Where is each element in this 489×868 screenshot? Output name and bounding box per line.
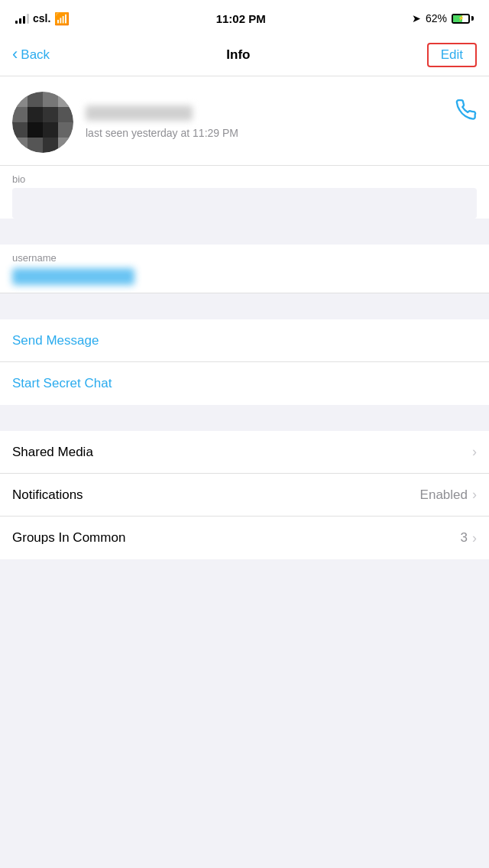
page-title: Info	[226, 47, 250, 63]
carrier-label: csl.	[33, 12, 50, 24]
svg-rect-11	[43, 122, 58, 138]
groups-in-common-label: Groups In Common	[12, 530, 125, 546]
svg-rect-9	[12, 122, 28, 138]
svg-rect-10	[28, 122, 43, 138]
svg-rect-13	[12, 138, 28, 153]
bio-section: bio	[0, 166, 489, 219]
action-section: Send Message Start Secret Chat	[0, 319, 489, 405]
notifications-value: Enabled	[420, 487, 468, 503]
avatar	[12, 92, 73, 153]
svg-rect-1	[12, 92, 28, 107]
username-label: username	[12, 252, 477, 264]
notifications-row[interactable]: Notifications Enabled ›	[0, 474, 489, 517]
svg-rect-4	[58, 92, 73, 107]
profile-info: last seen yesterday at 11:29 PM	[86, 105, 477, 139]
nav-bar: ‹ Back Info Edit	[0, 34, 489, 76]
username-section: username	[0, 245, 489, 293]
wifi-icon: 📶	[54, 11, 70, 26]
bio-content-empty	[12, 188, 477, 219]
username-value-blurred	[12, 268, 134, 285]
chevron-right-icon-2: ›	[472, 487, 477, 503]
svg-rect-8	[58, 107, 73, 122]
notifications-right: Enabled ›	[420, 487, 477, 503]
start-secret-chat-label: Start Secret Chat	[12, 376, 112, 391]
shared-media-right: ›	[472, 444, 477, 460]
svg-rect-2	[28, 92, 43, 107]
svg-rect-14	[28, 138, 43, 153]
profile-section: last seen yesterday at 11:29 PM	[0, 76, 489, 166]
shared-media-label: Shared Media	[12, 445, 93, 460]
svg-rect-5	[12, 107, 28, 122]
battery-percent: 62%	[426, 12, 447, 24]
svg-rect-15	[43, 138, 58, 153]
battery-icon: ⚡	[452, 14, 474, 24]
signal-icon	[15, 13, 29, 24]
send-message-label: Send Message	[12, 333, 99, 348]
status-time: 11:02 PM	[216, 12, 266, 25]
chevron-left-icon: ‹	[12, 46, 18, 63]
svg-rect-3	[43, 92, 58, 107]
status-left: csl. 📶	[15, 11, 70, 26]
status-right: ➤ 62% ⚡	[412, 12, 474, 24]
profile-name-blurred	[86, 105, 193, 121]
call-button[interactable]	[455, 99, 477, 126]
svg-rect-12	[58, 122, 73, 138]
notifications-label: Notifications	[12, 487, 83, 503]
start-secret-chat-button[interactable]: Start Secret Chat	[0, 362, 489, 405]
svg-rect-16	[58, 138, 73, 153]
section-divider-2	[0, 293, 489, 319]
bio-label: bio	[12, 173, 477, 185]
section-divider-1	[0, 219, 489, 245]
location-icon: ➤	[412, 12, 421, 24]
chevron-right-icon-3: ›	[472, 530, 477, 546]
shared-media-row[interactable]: Shared Media ›	[0, 431, 489, 474]
groups-in-common-row[interactable]: Groups In Common 3 ›	[0, 517, 489, 559]
profile-header: last seen yesterday at 11:29 PM	[12, 92, 477, 153]
status-bar: csl. 📶 11:02 PM ➤ 62% ⚡	[0, 0, 489, 34]
profile-status: last seen yesterday at 11:29 PM	[86, 127, 477, 139]
svg-rect-6	[28, 107, 43, 122]
back-label: Back	[21, 47, 50, 63]
settings-section: Shared Media › Notifications Enabled › G…	[0, 431, 489, 559]
edit-button[interactable]: Edit	[427, 43, 477, 67]
svg-rect-7	[43, 107, 58, 122]
chevron-right-icon: ›	[472, 444, 477, 460]
send-message-button[interactable]: Send Message	[0, 319, 489, 362]
groups-in-common-value: 3	[461, 530, 468, 546]
groups-in-common-right: 3 ›	[461, 530, 477, 546]
back-button[interactable]: ‹ Back	[12, 47, 50, 63]
